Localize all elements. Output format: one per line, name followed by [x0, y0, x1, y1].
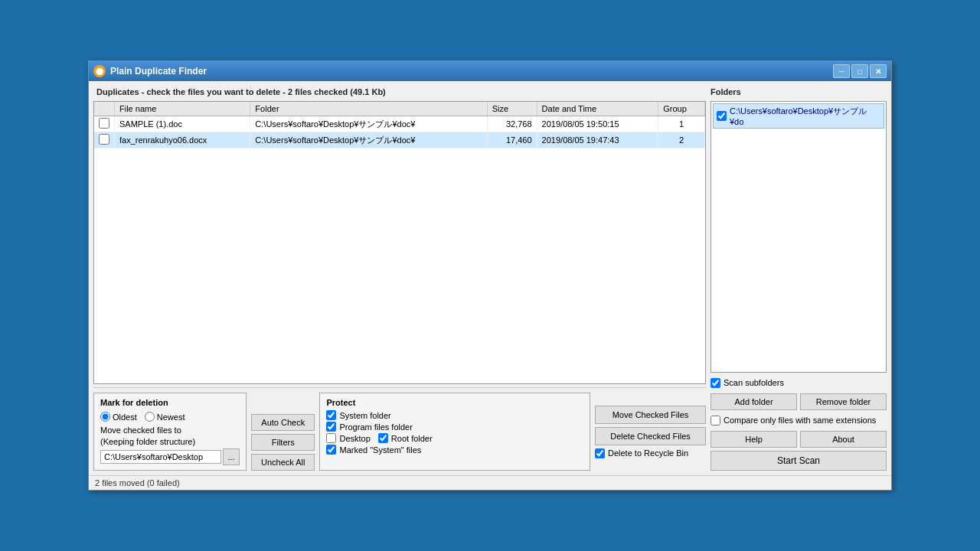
newest-radio-label[interactable]: Newest: [145, 412, 185, 422]
th-folder: Folder: [250, 102, 487, 116]
cell-filename-1: fax_renrakuhyo06.docx: [115, 132, 250, 148]
cell-size-1: 17,460: [487, 132, 537, 148]
move-checked-files-button[interactable]: Move Checked Files: [595, 406, 706, 424]
th-check: [94, 102, 115, 116]
protect-checkboxes: System folder Program files folder Deskt…: [326, 410, 583, 455]
folders-panel: C:\Users¥softaro¥Desktop¥サンプル¥do: [710, 101, 887, 373]
main-window: ⬤ Plain Duplicate Finder ─ □ ✕ Duplicate…: [88, 60, 892, 491]
system-folder-text: System folder: [339, 411, 390, 420]
table-row: fax_renrakuhyo06.docx C:\Users¥softaro¥D…: [94, 132, 705, 148]
th-size: Size: [487, 102, 537, 116]
desktop-checkbox[interactable]: [326, 433, 336, 443]
bottom-panel: Mark for deletion Oldest Newest Move che…: [93, 387, 706, 471]
th-group: Group: [658, 102, 705, 116]
start-scan-button[interactable]: Start Scan: [710, 451, 887, 471]
recycle-row: Delete to Recycle Bin: [595, 448, 706, 458]
compare-ext-checkbox[interactable]: [710, 416, 720, 425]
about-button[interactable]: About: [800, 431, 887, 448]
right-panel: Folders C:\Users¥softaro¥Desktop¥サンプル¥do…: [710, 86, 887, 471]
add-folder-button[interactable]: Add folder: [710, 393, 797, 410]
window-title: Plain Duplicate Finder: [110, 66, 207, 77]
cell-size-0: 32,768: [487, 116, 537, 132]
compare-ext-row: Compare only files with same extensions: [710, 413, 887, 428]
minimize-button[interactable]: ─: [833, 64, 850, 78]
cell-filename-0: SAMPLE (1).doc: [115, 116, 250, 132]
mark-deletion-box: Mark for deletion Oldest Newest Move che…: [93, 393, 247, 471]
duplicates-header: Duplicates - check the files you want to…: [93, 86, 706, 98]
scan-subfolders-row: Scan subfolders: [710, 376, 887, 390]
delete-recycle-label: Delete to Recycle Bin: [608, 448, 688, 458]
scan-subfolders-checkbox[interactable]: [710, 378, 720, 388]
left-panel: Duplicates - check the files you want to…: [93, 86, 706, 471]
newest-radio[interactable]: [145, 412, 155, 422]
delete-checked-files-button[interactable]: Delete Checked Files: [595, 427, 706, 445]
status-bar: 2 files moved (0 failed): [89, 475, 891, 490]
app-icon: ⬤: [93, 65, 106, 77]
desktop-root-row: Desktop Root folder: [326, 433, 583, 443]
folder-buttons: Add folder Remove folder: [710, 393, 887, 410]
newest-label: Newest: [157, 412, 185, 422]
row-checkbox-1[interactable]: [99, 134, 109, 145]
uncheck-all-button[interactable]: Uncheck All: [251, 454, 315, 471]
marked-system-text: Marked "System" files: [339, 445, 421, 455]
help-button[interactable]: Help: [710, 431, 797, 448]
title-bar-left: ⬤ Plain Duplicate Finder: [93, 65, 207, 77]
th-filename: File name: [115, 102, 250, 116]
root-folder-text: Root folder: [391, 434, 433, 443]
root-folder-label[interactable]: Root folder: [378, 433, 433, 443]
cell-folder-1: C:\Users¥softaro¥Desktop¥サンプル¥doc¥: [250, 132, 487, 148]
cell-group-1: 2: [658, 132, 705, 148]
help-about-row: Help About: [710, 431, 887, 448]
maximize-button[interactable]: □: [851, 64, 868, 78]
remove-folder-button[interactable]: Remove folder: [800, 393, 887, 410]
auto-check-buttons: Auto Check Filters Uncheck All: [251, 393, 315, 471]
oldest-radio-label[interactable]: Oldest: [100, 412, 137, 422]
row-checkbox-0[interactable]: [99, 118, 109, 129]
cell-group-0: 1: [658, 116, 705, 132]
status-text: 2 files moved (0 failed): [95, 478, 180, 487]
delete-recycle-checkbox[interactable]: [595, 448, 605, 458]
root-folder-checkbox[interactable]: [378, 433, 388, 443]
mark-deletion-title: Mark for deletion: [100, 398, 240, 407]
close-button[interactable]: ✕: [870, 64, 887, 78]
program-files-text: Program files folder: [339, 422, 412, 432]
folders-header: Folders: [710, 86, 887, 98]
file-table: File name Folder Size Date and Time Grou…: [94, 102, 705, 148]
program-files-checkbox[interactable]: [326, 422, 336, 432]
right-bottom-buttons: Help About Start Scan: [710, 431, 887, 471]
folder-item: C:\Users¥softaro¥Desktop¥サンプル¥do: [713, 103, 884, 129]
filters-button[interactable]: Filters: [251, 434, 315, 451]
oldest-radio[interactable]: [100, 412, 110, 422]
desktop-text: Desktop: [339, 434, 370, 443]
protect-title: Protect: [326, 398, 583, 407]
browse-button[interactable]: ...: [223, 448, 240, 465]
oldest-label: Oldest: [113, 412, 137, 422]
scan-subfolders-label: Scan subfolders: [724, 378, 784, 387]
protect-box: Protect System folder Program files fold…: [319, 393, 590, 471]
desktop-label[interactable]: Desktop: [326, 433, 370, 443]
radio-row: Oldest Newest: [100, 412, 240, 422]
folder-checkbox[interactable]: [717, 111, 727, 121]
move-path-row: ...: [100, 448, 240, 465]
move-path-input[interactable]: [100, 450, 221, 464]
program-files-label[interactable]: Program files folder: [326, 422, 583, 432]
system-folder-checkbox[interactable]: [326, 410, 336, 420]
marked-system-label[interactable]: Marked "System" files: [326, 445, 583, 455]
auto-check-button[interactable]: Auto Check: [251, 414, 315, 431]
title-bar: ⬤ Plain Duplicate Finder ─ □ ✕: [89, 61, 891, 81]
cell-datetime-1: 2019/08/05 19:47:43: [537, 132, 658, 148]
cell-datetime-0: 2019/08/05 19:50:15: [537, 116, 658, 132]
folder-path: C:\Users¥softaro¥Desktop¥サンプル¥do: [730, 106, 880, 126]
system-folder-label[interactable]: System folder: [326, 410, 583, 420]
compare-ext-label: Compare only files with same extensions: [724, 416, 876, 425]
right-actions: Move Checked Files Delete Checked Files …: [595, 393, 706, 471]
title-bar-controls: ─ □ ✕: [833, 64, 887, 78]
marked-system-checkbox[interactable]: [326, 445, 336, 455]
main-content: Duplicates - check the files you want to…: [89, 81, 891, 475]
move-checked-label: Move checked files to(Keeping folder str…: [100, 425, 240, 447]
table-row: SAMPLE (1).doc C:\Users¥softaro¥Desktop¥…: [94, 116, 705, 132]
cell-folder-0: C:\Users¥softaro¥Desktop¥サンプル¥doc¥: [250, 116, 487, 132]
file-table-container: File name Folder Size Date and Time Grou…: [93, 101, 706, 384]
th-datetime: Date and Time: [537, 102, 658, 116]
